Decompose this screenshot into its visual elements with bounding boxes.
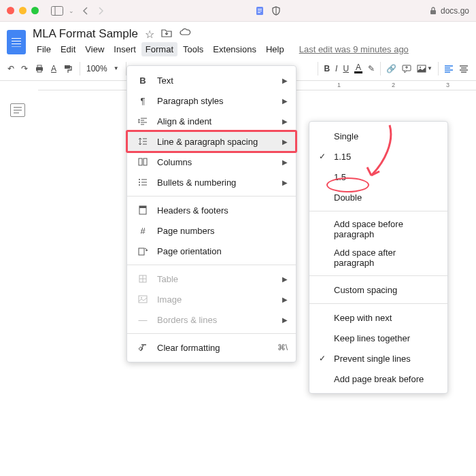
spacing-menu-item[interactable]: ✓1.15 <box>309 146 447 167</box>
format-menu-item[interactable]: Headers & footers <box>127 200 296 220</box>
spacing-option-label: 1.15 <box>334 152 438 162</box>
spacing-menu-item[interactable]: Add space after paragraph <box>309 243 447 272</box>
underline-button[interactable]: U <box>341 61 351 76</box>
bold-button[interactable]: B <box>322 61 332 76</box>
minimize-window-button[interactable] <box>19 7 27 14</box>
spacing-menu-item[interactable]: 1.5 <box>309 167 447 187</box>
format-menu-item: —Borders & lines▶ <box>127 309 296 330</box>
spacing-option-label: Keep with next <box>334 313 438 323</box>
last-edit-link[interactable]: Last edit was 9 minutes ago <box>299 44 409 54</box>
svg-point-36 <box>139 179 140 180</box>
menu-file[interactable]: File <box>33 42 55 56</box>
menu-format[interactable]: Format <box>141 42 177 56</box>
format-menu-item[interactable]: Align & indent▶ <box>127 111 296 131</box>
spacing-option-label: Add space after paragraph <box>334 248 438 268</box>
insert-comment-button[interactable] <box>400 62 413 75</box>
cloud-status-icon[interactable] <box>179 28 191 41</box>
format-menu-item[interactable]: Clear formatting⌘\ <box>127 337 296 358</box>
svg-point-15 <box>420 67 421 68</box>
spacing-submenu: Single✓1.151.5DoubleAdd space before par… <box>309 121 448 394</box>
close-window-button[interactable] <box>7 7 14 14</box>
paint-format-button[interactable] <box>61 61 75 76</box>
svg-rect-44 <box>139 248 144 255</box>
menu-view[interactable]: View <box>81 42 108 56</box>
spacing-menu-item[interactable]: Keep with next <box>309 307 447 328</box>
format-menu-item[interactable]: ¶Paragraph styles▶ <box>127 90 296 111</box>
svg-point-38 <box>139 184 140 186</box>
spacing-option-label: Single <box>334 131 438 141</box>
format-menu-item[interactable]: Bullets & numbering▶ <box>127 172 296 192</box>
star-icon[interactable]: ☆ <box>145 28 154 41</box>
highlight-button[interactable]: ✎ <box>366 61 377 76</box>
menu-item-label: Text <box>157 75 274 86</box>
nav-back-button[interactable] <box>82 6 89 16</box>
svg-rect-0 <box>52 6 63 15</box>
spacing-menu-item[interactable]: Add page break before <box>309 369 447 389</box>
align-left-button[interactable] <box>442 62 456 75</box>
format-menu-item[interactable]: Line & paragraph spacing▶ <box>127 131 296 152</box>
table-icon <box>137 275 149 283</box>
spacing-option-label: 1.5 <box>334 172 438 182</box>
spacing-menu-item[interactable]: Keep lines together <box>309 328 447 348</box>
shield-icon[interactable] <box>271 6 281 16</box>
menu-item-label: Image <box>157 294 274 305</box>
move-icon[interactable] <box>161 28 172 41</box>
insert-image-button[interactable]: ▼ <box>415 62 435 75</box>
redo-button[interactable]: ↷ <box>19 61 30 76</box>
menu-edit[interactable]: Edit <box>56 42 80 56</box>
maximize-window-button[interactable] <box>31 7 39 14</box>
orient-icon <box>137 246 149 256</box>
left-rail <box>4 90 31 117</box>
svg-point-37 <box>139 182 140 183</box>
spacing-menu-item[interactable]: Custom spacing <box>309 279 447 300</box>
dropdown-chevron-icon[interactable]: ⌄ <box>69 7 74 14</box>
menu-item-label: Bullets & numbering <box>157 177 274 188</box>
align-center-button[interactable] <box>457 62 471 75</box>
svg-rect-6 <box>430 10 436 14</box>
svg-rect-35 <box>143 158 147 165</box>
svg-rect-4 <box>258 10 262 11</box>
submenu-arrow-icon: ▶ <box>282 296 288 303</box>
print-button[interactable] <box>33 61 46 76</box>
format-menu-item[interactable]: BText▶ <box>127 70 296 90</box>
format-menu-item[interactable]: #Page numbers <box>127 220 296 241</box>
italic-button[interactable]: I <box>333 61 339 76</box>
svg-rect-10 <box>65 65 70 69</box>
menu-insert[interactable]: Insert <box>109 42 140 56</box>
outline-icon[interactable] <box>10 103 25 117</box>
¶-icon: ¶ <box>137 96 149 106</box>
check-icon: ✓ <box>318 354 327 363</box>
spellcheck-button[interactable]: A <box>49 61 58 76</box>
docs-logo-icon[interactable] <box>7 30 26 54</box>
document-title[interactable]: MLA Format Sample <box>33 27 138 41</box>
spacing-option-label: Add page break before <box>334 374 438 384</box>
spacing-option-label: Keep lines together <box>334 333 438 343</box>
submenu-arrow-icon: ▶ <box>282 138 288 146</box>
chevron-down-icon[interactable]: ▼ <box>112 63 121 74</box>
menu-extensions[interactable]: Extensions <box>209 42 260 56</box>
spacing-option-label: Add space before paragraph <box>334 219 438 239</box>
menu-help[interactable]: Help <box>262 42 288 56</box>
menu-item-label: Align & indent <box>157 116 274 126</box>
spacing-menu-item[interactable]: Add space before paragraph <box>309 215 447 243</box>
reader-icon[interactable] <box>255 6 265 16</box>
sidebar-toggle-icon[interactable] <box>51 6 63 16</box>
menu-tools[interactable]: Tools <box>179 42 207 56</box>
spacing-menu-item[interactable]: ✓Prevent single lines <box>309 348 447 369</box>
check-icon: ✓ <box>318 152 327 161</box>
text-color-button[interactable]: A <box>352 61 364 76</box>
zoom-level[interactable]: 100% <box>85 64 109 73</box>
insert-link-button[interactable]: 🔗 <box>384 61 398 76</box>
menu-item-label: Paragraph styles <box>157 96 274 106</box>
format-menu-item[interactable]: Columns▶ <box>127 152 296 172</box>
address-bar[interactable]: docs.go <box>430 6 469 16</box>
spacing-menu-item[interactable]: Double <box>309 187 447 207</box>
format-menu-item: Table▶ <box>127 269 296 289</box>
undo-button[interactable]: ↶ <box>5 61 16 76</box>
nav-forward-button[interactable] <box>97 6 104 16</box>
submenu-arrow-icon: ▶ <box>282 316 288 324</box>
format-menu-item[interactable]: Page orientation <box>127 241 296 261</box>
svg-rect-43 <box>139 206 146 208</box>
spacing-menu-item[interactable]: Single <box>309 126 447 146</box>
main-menu: File Edit View Insert Format Tools Exten… <box>33 42 409 56</box>
